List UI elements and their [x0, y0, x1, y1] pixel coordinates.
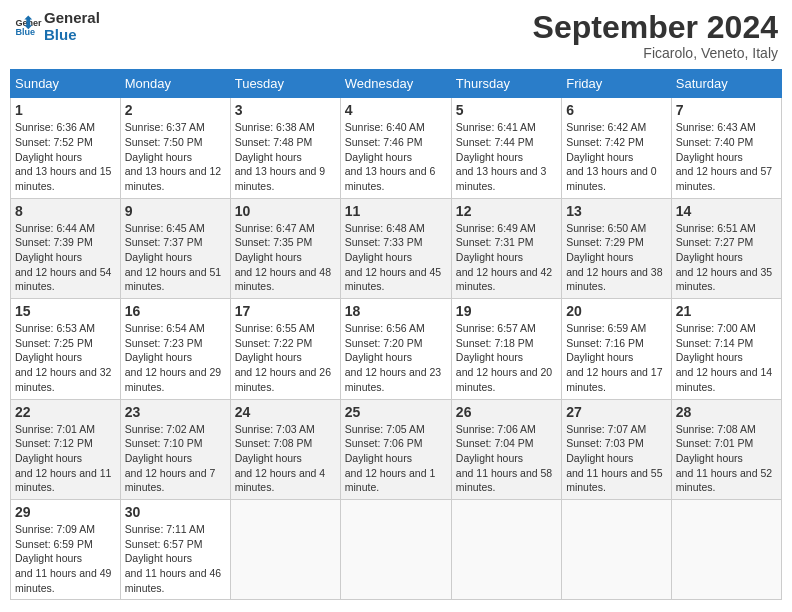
location: Ficarolo, Veneto, Italy	[533, 45, 778, 61]
day-info: Sunrise: 7:01 AMSunset: 7:12 PMDaylight …	[15, 422, 116, 495]
calendar-cell	[230, 499, 340, 599]
title-section: September 2024 Ficarolo, Veneto, Italy	[533, 10, 778, 61]
calendar-body: 1Sunrise: 6:36 AMSunset: 7:52 PMDaylight…	[11, 98, 782, 600]
day-number: 7	[676, 102, 777, 118]
calendar-cell: 9Sunrise: 6:45 AMSunset: 7:37 PMDaylight…	[120, 198, 230, 298]
calendar-cell: 7Sunrise: 6:43 AMSunset: 7:40 PMDaylight…	[671, 98, 781, 198]
calendar-cell: 22Sunrise: 7:01 AMSunset: 7:12 PMDayligh…	[11, 399, 121, 499]
day-number: 8	[15, 203, 116, 219]
calendar-cell	[562, 499, 672, 599]
day-number: 27	[566, 404, 667, 420]
month-title: September 2024	[533, 10, 778, 45]
calendar-cell: 6Sunrise: 6:42 AMSunset: 7:42 PMDaylight…	[562, 98, 672, 198]
col-friday: Friday	[562, 70, 672, 98]
day-info: Sunrise: 6:37 AMSunset: 7:50 PMDaylight …	[125, 120, 226, 193]
day-number: 6	[566, 102, 667, 118]
calendar-cell: 3Sunrise: 6:38 AMSunset: 7:48 PMDaylight…	[230, 98, 340, 198]
calendar-cell: 27Sunrise: 7:07 AMSunset: 7:03 PMDayligh…	[562, 399, 672, 499]
day-info: Sunrise: 7:06 AMSunset: 7:04 PMDaylight …	[456, 422, 557, 495]
calendar-cell: 30Sunrise: 7:11 AMSunset: 6:57 PMDayligh…	[120, 499, 230, 599]
calendar-cell: 5Sunrise: 6:41 AMSunset: 7:44 PMDaylight…	[451, 98, 561, 198]
calendar-cell	[340, 499, 451, 599]
col-monday: Monday	[120, 70, 230, 98]
day-number: 5	[456, 102, 557, 118]
calendar-cell: 1Sunrise: 6:36 AMSunset: 7:52 PMDaylight…	[11, 98, 121, 198]
calendar-cell: 25Sunrise: 7:05 AMSunset: 7:06 PMDayligh…	[340, 399, 451, 499]
day-number: 20	[566, 303, 667, 319]
day-info: Sunrise: 7:03 AMSunset: 7:08 PMDaylight …	[235, 422, 336, 495]
calendar-cell: 29Sunrise: 7:09 AMSunset: 6:59 PMDayligh…	[11, 499, 121, 599]
day-number: 16	[125, 303, 226, 319]
day-info: Sunrise: 7:00 AMSunset: 7:14 PMDaylight …	[676, 321, 777, 394]
logo: General Blue General Blue	[14, 10, 100, 43]
day-number: 24	[235, 404, 336, 420]
logo-general: General	[44, 10, 100, 27]
day-number: 17	[235, 303, 336, 319]
day-number: 18	[345, 303, 447, 319]
day-info: Sunrise: 6:44 AMSunset: 7:39 PMDaylight …	[15, 221, 116, 294]
day-number: 13	[566, 203, 667, 219]
calendar-cell: 15Sunrise: 6:53 AMSunset: 7:25 PMDayligh…	[11, 299, 121, 399]
day-info: Sunrise: 6:54 AMSunset: 7:23 PMDaylight …	[125, 321, 226, 394]
day-info: Sunrise: 6:50 AMSunset: 7:29 PMDaylight …	[566, 221, 667, 294]
day-info: Sunrise: 7:02 AMSunset: 7:10 PMDaylight …	[125, 422, 226, 495]
calendar-cell: 13Sunrise: 6:50 AMSunset: 7:29 PMDayligh…	[562, 198, 672, 298]
calendar-cell	[451, 499, 561, 599]
day-number: 11	[345, 203, 447, 219]
day-number: 28	[676, 404, 777, 420]
col-thursday: Thursday	[451, 70, 561, 98]
day-number: 23	[125, 404, 226, 420]
day-info: Sunrise: 6:56 AMSunset: 7:20 PMDaylight …	[345, 321, 447, 394]
day-info: Sunrise: 6:48 AMSunset: 7:33 PMDaylight …	[345, 221, 447, 294]
day-info: Sunrise: 6:41 AMSunset: 7:44 PMDaylight …	[456, 120, 557, 193]
calendar-cell: 28Sunrise: 7:08 AMSunset: 7:01 PMDayligh…	[671, 399, 781, 499]
day-number: 25	[345, 404, 447, 420]
day-info: Sunrise: 7:07 AMSunset: 7:03 PMDaylight …	[566, 422, 667, 495]
col-tuesday: Tuesday	[230, 70, 340, 98]
day-number: 1	[15, 102, 116, 118]
day-number: 9	[125, 203, 226, 219]
day-number: 19	[456, 303, 557, 319]
logo-blue: Blue	[44, 27, 100, 44]
day-info: Sunrise: 6:38 AMSunset: 7:48 PMDaylight …	[235, 120, 336, 193]
calendar-cell: 21Sunrise: 7:00 AMSunset: 7:14 PMDayligh…	[671, 299, 781, 399]
day-number: 3	[235, 102, 336, 118]
day-number: 2	[125, 102, 226, 118]
day-number: 14	[676, 203, 777, 219]
day-number: 15	[15, 303, 116, 319]
col-sunday: Sunday	[11, 70, 121, 98]
day-info: Sunrise: 6:51 AMSunset: 7:27 PMDaylight …	[676, 221, 777, 294]
day-number: 29	[15, 504, 116, 520]
day-number: 30	[125, 504, 226, 520]
day-info: Sunrise: 6:55 AMSunset: 7:22 PMDaylight …	[235, 321, 336, 394]
calendar-cell: 19Sunrise: 6:57 AMSunset: 7:18 PMDayligh…	[451, 299, 561, 399]
day-info: Sunrise: 6:47 AMSunset: 7:35 PMDaylight …	[235, 221, 336, 294]
day-info: Sunrise: 7:09 AMSunset: 6:59 PMDaylight …	[15, 522, 116, 595]
day-info: Sunrise: 7:11 AMSunset: 6:57 PMDaylight …	[125, 522, 226, 595]
day-info: Sunrise: 6:40 AMSunset: 7:46 PMDaylight …	[345, 120, 447, 193]
day-number: 12	[456, 203, 557, 219]
day-info: Sunrise: 7:08 AMSunset: 7:01 PMDaylight …	[676, 422, 777, 495]
col-wednesday: Wednesday	[340, 70, 451, 98]
calendar-cell: 12Sunrise: 6:49 AMSunset: 7:31 PMDayligh…	[451, 198, 561, 298]
calendar-cell: 8Sunrise: 6:44 AMSunset: 7:39 PMDaylight…	[11, 198, 121, 298]
day-number: 10	[235, 203, 336, 219]
calendar-cell: 2Sunrise: 6:37 AMSunset: 7:50 PMDaylight…	[120, 98, 230, 198]
calendar-cell: 26Sunrise: 7:06 AMSunset: 7:04 PMDayligh…	[451, 399, 561, 499]
day-info: Sunrise: 6:49 AMSunset: 7:31 PMDaylight …	[456, 221, 557, 294]
day-info: Sunrise: 6:59 AMSunset: 7:16 PMDaylight …	[566, 321, 667, 394]
calendar-table: Sunday Monday Tuesday Wednesday Thursday…	[10, 69, 782, 600]
day-info: Sunrise: 6:42 AMSunset: 7:42 PMDaylight …	[566, 120, 667, 193]
header-row: Sunday Monday Tuesday Wednesday Thursday…	[11, 70, 782, 98]
svg-text:Blue: Blue	[15, 27, 35, 37]
day-number: 21	[676, 303, 777, 319]
calendar-cell: 10Sunrise: 6:47 AMSunset: 7:35 PMDayligh…	[230, 198, 340, 298]
calendar-cell: 18Sunrise: 6:56 AMSunset: 7:20 PMDayligh…	[340, 299, 451, 399]
calendar-row: 1Sunrise: 6:36 AMSunset: 7:52 PMDaylight…	[11, 98, 782, 198]
calendar-cell: 16Sunrise: 6:54 AMSunset: 7:23 PMDayligh…	[120, 299, 230, 399]
day-info: Sunrise: 6:57 AMSunset: 7:18 PMDaylight …	[456, 321, 557, 394]
calendar-cell: 4Sunrise: 6:40 AMSunset: 7:46 PMDaylight…	[340, 98, 451, 198]
page-header: General Blue General Blue September 2024…	[10, 10, 782, 61]
day-number: 26	[456, 404, 557, 420]
calendar-cell: 17Sunrise: 6:55 AMSunset: 7:22 PMDayligh…	[230, 299, 340, 399]
